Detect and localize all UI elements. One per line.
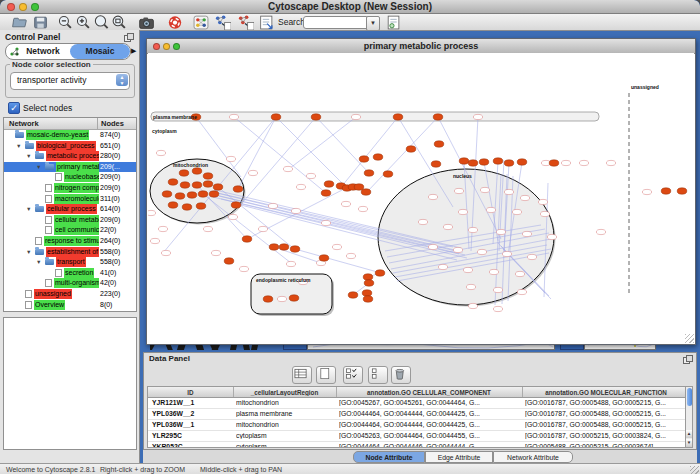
help-lifering-icon[interactable] <box>166 14 184 30</box>
network-node[interactable] <box>242 236 252 242</box>
network-node[interactable] <box>192 168 202 174</box>
network-node[interactable] <box>175 193 185 199</box>
network-node[interactable] <box>271 114 281 120</box>
network-node[interactable] <box>375 270 385 276</box>
network-node-label[interactable] <box>228 214 237 219</box>
network-node[interactable] <box>364 280 374 286</box>
network-node-label[interactable] <box>428 244 437 249</box>
table-row[interactable]: YKR052Ccytoplasm[GO:0044464, GO:0044446,… <box>148 442 689 448</box>
network-node[interactable] <box>213 184 223 190</box>
tree-row-secretion[interactable]: secretion41(0) <box>4 268 136 279</box>
tree-row-primary-metabo[interactable]: ▼primary metabo209(... <box>4 162 136 173</box>
scroll-up-icon[interactable]: ▲ <box>686 430 692 438</box>
network-node-label[interactable] <box>306 173 315 178</box>
network-node[interactable] <box>290 246 300 252</box>
tree-row-mosaic-demo-yeast[interactable]: mosaic-demo-yeast874(0) <box>4 130 136 141</box>
open-icon[interactable] <box>10 14 28 30</box>
expander-arrow-icon[interactable]: ▼ <box>16 141 25 151</box>
import-network-icon[interactable] <box>213 14 231 30</box>
network-node-label[interactable] <box>522 231 531 236</box>
network-node[interactable] <box>168 179 178 185</box>
tree-row-overview[interactable]: Overview8(0) <box>4 300 136 311</box>
network-node-label[interactable] <box>150 238 159 243</box>
network-node-label[interactable] <box>540 211 549 216</box>
network-node[interactable] <box>362 290 372 296</box>
window-resize-grip[interactable] <box>685 334 694 343</box>
network-node[interactable] <box>168 202 178 208</box>
tree-row-nucleobase-[interactable]: nucleobase-209(0) <box>4 172 136 183</box>
network-node-label[interactable] <box>527 254 536 259</box>
tab-edge-attribute-browser[interactable]: Edge Attribute Browser <box>425 451 493 463</box>
network-node[interactable] <box>233 186 243 192</box>
tree-row-metabolic-process[interactable]: ▼metabolic process280(0) <box>4 151 136 162</box>
network-node[interactable] <box>209 191 219 197</box>
tab-network[interactable]: Network <box>6 44 70 59</box>
network-node-label[interactable] <box>283 166 292 171</box>
network-node[interactable] <box>203 173 213 179</box>
network-node-label[interactable] <box>454 188 463 193</box>
network-node[interactable] <box>677 188 687 194</box>
snapshot-camera-icon[interactable] <box>137 14 155 30</box>
network-node-label[interactable] <box>502 251 511 256</box>
node-color-dropdown[interactable]: transporter activity ▲▼ <box>10 72 130 90</box>
network-node-label[interactable] <box>321 220 330 225</box>
delete-attribute-icon[interactable] <box>391 366 411 384</box>
network-node[interactable] <box>459 158 469 164</box>
network-node[interactable] <box>231 202 241 208</box>
network-node[interactable] <box>321 190 331 196</box>
tree-row-response-to-stimulu[interactable]: response to stimulu264(0) <box>4 236 136 247</box>
zoom-out-icon[interactable] <box>56 14 74 30</box>
network-node-label[interactable] <box>428 194 437 199</box>
network-node[interactable] <box>311 114 321 120</box>
network-node-label[interactable] <box>596 229 605 234</box>
network-node-label[interactable] <box>161 250 170 255</box>
network-node[interactable] <box>354 184 364 190</box>
network-node[interactable] <box>192 182 202 188</box>
scroll-down-icon[interactable]: ▼ <box>686 439 692 447</box>
new-attribute-icon[interactable] <box>316 366 336 384</box>
network-node[interactable] <box>406 146 416 152</box>
network-node[interactable] <box>348 292 358 298</box>
network-node[interactable] <box>198 191 208 197</box>
network-node[interactable] <box>263 296 273 302</box>
network-node-label[interactable] <box>489 269 498 274</box>
network-node-label[interactable] <box>480 187 489 192</box>
network-node-label[interactable] <box>458 209 467 214</box>
network-node-label[interactable] <box>493 306 502 311</box>
network-node-label[interactable] <box>229 114 238 119</box>
network-node-label[interactable] <box>258 226 267 231</box>
tree-row-multi-organism-pro[interactable]: multi-organism pro42(0) <box>4 278 136 289</box>
scrollbar-thumb[interactable] <box>687 388 692 406</box>
tab-network-attribute-browser[interactable]: Network Attribute Browser <box>493 451 573 463</box>
network-node-label[interactable] <box>486 207 495 212</box>
network-node-label[interactable] <box>211 250 220 255</box>
network-node[interactable] <box>319 255 329 261</box>
network-node[interactable] <box>359 156 369 162</box>
network-node-label[interactable] <box>443 224 452 229</box>
network-node-label[interactable] <box>268 203 277 208</box>
network-node-label[interactable] <box>438 264 447 269</box>
network-node-label[interactable] <box>477 249 486 254</box>
tree-row-establishment-of-lo[interactable]: ▼establishment of lo558(0) <box>4 247 136 258</box>
network-node-label[interactable] <box>351 114 360 119</box>
network-node-label[interactable] <box>453 247 462 252</box>
network-node[interactable] <box>361 189 371 195</box>
network-node[interactable] <box>363 274 373 280</box>
network-tree-header[interactable]: Network Nodes <box>4 118 136 130</box>
app-titlebar[interactable]: Cytoscape Desktop (New Session) <box>0 0 700 14</box>
network-node-label[interactable] <box>496 229 505 234</box>
network-node-label[interactable] <box>504 189 513 194</box>
network-node-label[interactable] <box>332 244 341 249</box>
network-node[interactable] <box>434 141 444 147</box>
select-nodes-checkbox[interactable]: ✓ <box>8 102 20 114</box>
network-node[interactable] <box>182 204 192 210</box>
network-window-titlebar[interactable]: primary metabolic process <box>147 39 695 54</box>
tab-node-attribute-browser[interactable]: Node Attribute Browser <box>353 451 425 463</box>
network-node-label[interactable] <box>358 206 367 211</box>
network-node-label[interactable] <box>158 226 167 231</box>
network-node-label[interactable] <box>291 208 300 213</box>
network-node[interactable] <box>203 181 213 187</box>
network-node[interactable] <box>224 258 234 264</box>
tree-row-biological-process[interactable]: ▼biological_process651(0) <box>4 141 136 152</box>
network-node-label[interactable] <box>493 287 502 292</box>
